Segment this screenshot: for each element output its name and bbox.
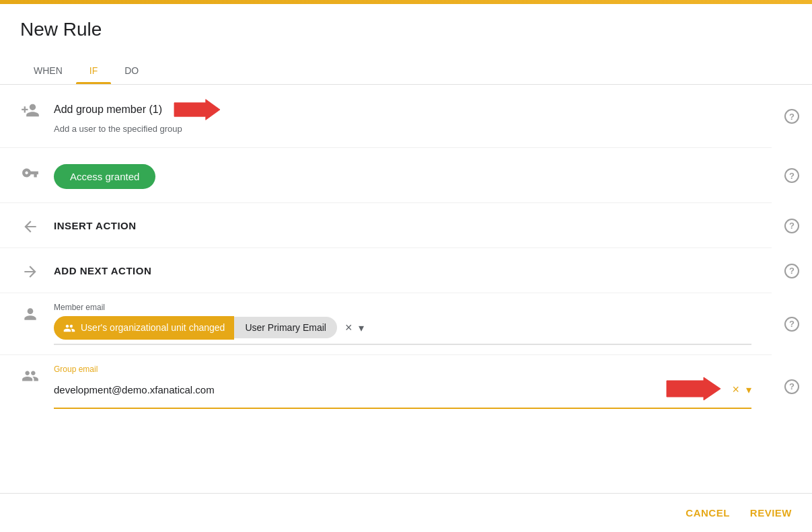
add-group-member-content: Add group member (1) Add a user to the s… [47, 98, 751, 134]
member-email-content: Member email + User's organizational uni… [47, 303, 751, 345]
trigger-icon: + [63, 321, 75, 334]
help-icon-5[interactable]: ? [784, 317, 799, 332]
member-email-pill-container: + User's organizational unit changed Use… [54, 316, 751, 345]
insert-action-section: INSERT ACTION ? [0, 203, 812, 248]
cancel-button[interactable]: CANCEL [686, 507, 730, 519]
group-email-help: ? [772, 355, 812, 418]
help-icon-3[interactable]: ? [784, 219, 799, 233]
key-icon [13, 161, 47, 182]
group-email-label: Group email [54, 365, 751, 374]
group-email-actions: × ▾ [732, 383, 751, 397]
member-email-label: Member email [54, 303, 751, 312]
member-email-clear-button[interactable]: × [345, 321, 353, 334]
svg-text:+: + [72, 324, 75, 328]
group-email-row: Group email development@demo.xfanatical.… [0, 355, 772, 418]
trigger-pill[interactable]: + User's organizational unit changed [54, 316, 234, 340]
member-email-section: Member email + User's organizational uni… [0, 293, 812, 355]
access-granted-row: Access granted [0, 148, 772, 203]
access-granted-help: ? [772, 148, 812, 203]
tab-if[interactable]: IF [76, 57, 111, 84]
arrow-annotation-2 [663, 377, 724, 404]
insert-action-help: ? [772, 203, 812, 248]
add-next-action-row: ADD NEXT ACTION [0, 248, 772, 293]
group-email-input-row: development@demo.xfanatical.com × ▾ [54, 377, 751, 409]
add-next-action-section: ADD NEXT ACTION ? [0, 248, 812, 293]
add-person-icon [13, 98, 47, 120]
trigger-value-pill[interactable]: User Primary Email [234, 317, 337, 338]
tab-do[interactable]: DO [111, 57, 152, 84]
group-icon [13, 365, 47, 385]
svg-marker-0 [174, 100, 220, 120]
tab-when[interactable]: WHEN [20, 57, 76, 84]
group-email-clear-button[interactable]: × [732, 383, 739, 397]
add-group-member-section: Add group member (1) Add a user to the s… [0, 85, 812, 148]
group-email-content: Group email development@demo.xfanatical.… [47, 365, 751, 409]
arrow-annotation-1 [170, 98, 224, 121]
insert-action-label[interactable]: INSERT ACTION [47, 220, 137, 231]
help-icon-6[interactable]: ? [784, 379, 799, 394]
access-granted-section: Access granted ? [0, 148, 812, 203]
page-title: New Rule [0, 4, 812, 52]
help-icon-1[interactable]: ? [784, 109, 799, 124]
add-group-member-title: Add group member (1) [54, 98, 751, 121]
insert-action-row: INSERT ACTION [0, 203, 772, 248]
member-email-dropdown-button[interactable]: ▾ [359, 321, 364, 334]
arrow-right-icon [13, 260, 47, 280]
person-icon [13, 303, 47, 323]
member-email-row: Member email + User's organizational uni… [0, 293, 772, 355]
add-group-member-help: ? [772, 85, 812, 148]
group-email-value: development@demo.xfanatical.com [54, 384, 653, 395]
tab-bar: WHEN IF DO [0, 52, 812, 85]
arrow-left-icon [13, 215, 47, 235]
add-next-action-label[interactable]: ADD NEXT ACTION [47, 265, 151, 276]
svg-marker-3 [667, 377, 721, 400]
review-button[interactable]: REVIEW [750, 507, 792, 519]
add-group-member-subtitle: Add a user to the specified group [54, 124, 751, 134]
add-group-member-row: Add group member (1) Add a user to the s… [0, 85, 772, 148]
help-icon-4[interactable]: ? [784, 264, 799, 278]
group-email-dropdown-button[interactable]: ▾ [746, 383, 751, 396]
access-granted-button[interactable]: Access granted [54, 164, 155, 189]
trigger-label: User's organizational unit changed [81, 322, 225, 333]
access-granted-content: Access granted [47, 161, 751, 189]
member-email-help: ? [772, 293, 812, 355]
help-icon-2[interactable]: ? [784, 168, 799, 183]
add-next-action-help: ? [772, 248, 812, 293]
group-email-section: Group email development@demo.xfanatical.… [0, 355, 812, 418]
pill-actions: × ▾ [345, 321, 365, 334]
footer: CANCEL REVIEW [0, 493, 812, 532]
